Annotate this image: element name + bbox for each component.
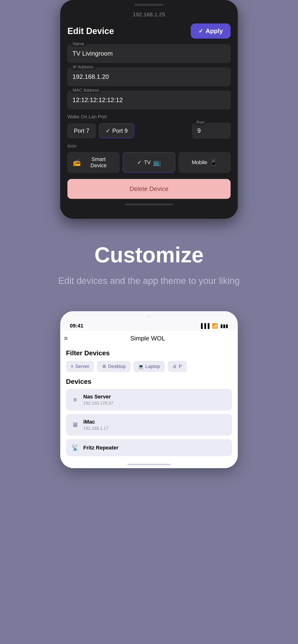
- smart-device-icon: 📻: [73, 159, 81, 166]
- icon-section-label: Icon: [67, 143, 231, 149]
- tv-icon: 📺: [153, 159, 161, 166]
- nas-server-icon: ≡: [71, 396, 79, 404]
- ip-input[interactable]: [67, 68, 231, 86]
- port-input-group: Port: [192, 123, 231, 138]
- icon-section: Icon 📻 Smart Device ✓ TV 📺 Mobile 📱: [67, 143, 231, 173]
- port9-check-icon: ✓: [106, 128, 110, 134]
- name-label: Name: [71, 42, 86, 46]
- port9-button[interactable]: ✓ Port 9: [99, 124, 134, 138]
- ip-label: IP Address: [71, 65, 95, 70]
- nas-server-info: Nas Server 192.168.178.37: [83, 394, 113, 406]
- delete-device-button[interactable]: Delete Device: [67, 179, 231, 199]
- wifi-icon: 📶: [212, 323, 218, 329]
- devices-section-title: Devices: [66, 378, 232, 386]
- app-title: Simple WOL: [130, 335, 165, 342]
- device-item-nas[interactable]: ≡ Nas Server 192.168.178.37: [66, 389, 232, 411]
- filter-chips-row: ≡ Server 🖥 Desktop 💻 Laptop 🖨 P: [66, 361, 232, 372]
- port7-button[interactable]: Port 7: [67, 124, 96, 138]
- home-indicator-dark: [125, 204, 173, 205]
- fritz-name: Fritz Repeater: [83, 445, 118, 451]
- imac-ip: 192.168.1.17: [83, 426, 108, 431]
- port-row: Port 7 ✓ Port 9 Port: [67, 123, 231, 138]
- signal-icon: ▐▐▐: [199, 323, 209, 329]
- light-notch: [147, 314, 151, 318]
- tv-check-icon: ✓: [137, 159, 141, 166]
- apply-button[interactable]: ✓ Apply: [191, 24, 231, 38]
- filter-chip-printer[interactable]: 🖨 P: [168, 361, 187, 372]
- phone-light-content: Filter Devices ≡ Server 🖥 Desktop 💻 Lapt…: [60, 347, 238, 456]
- tv-icon-btn[interactable]: ✓ TV 📺: [123, 152, 175, 173]
- smart-device-icon-btn[interactable]: 📻 Smart Device: [67, 152, 119, 173]
- status-ip: 192.168.1.25: [133, 12, 165, 18]
- filter-chip-server[interactable]: ≡ Server: [66, 361, 94, 372]
- fritz-info: Fritz Repeater: [83, 445, 118, 451]
- top-phone: 192.168.1.25 Edit Device ✓ Apply Name IP…: [60, 0, 238, 219]
- printer-filter-icon: 🖨: [173, 364, 177, 369]
- status-bar-light: 09:41 ▐▐▐ 📶 ▮▮▮: [67, 318, 231, 331]
- port-field-label: Port: [196, 120, 205, 125]
- mac-label: MAC Address: [71, 88, 100, 93]
- imac-info: iMac 192.168.1.17: [83, 419, 108, 431]
- customize-subtitle: Edit devices and the app theme to your l…: [58, 274, 240, 287]
- imac-icon: 🖥: [71, 421, 79, 428]
- customize-title: Customize: [58, 243, 240, 268]
- status-time: 09:41: [70, 323, 83, 329]
- port-input[interactable]: [192, 123, 231, 138]
- name-field-group: Name: [67, 44, 231, 63]
- top-notch-pill: [135, 4, 163, 6]
- mac-input[interactable]: [67, 91, 231, 109]
- filter-section-title: Filter Devices: [66, 347, 232, 357]
- mobile-icon: 📱: [210, 159, 217, 166]
- menu-icon[interactable]: ≡: [64, 335, 68, 342]
- mobile-icon-btn[interactable]: Mobile 📱: [179, 152, 231, 173]
- status-icons-group: ▐▐▐ 📶 ▮▮▮: [199, 323, 228, 329]
- check-icon: ✓: [198, 28, 203, 34]
- ip-field-group: IP Address: [67, 68, 231, 86]
- imac-name: iMac: [83, 419, 108, 425]
- home-indicator-light: [127, 464, 171, 465]
- device-item-imac[interactable]: 🖥 iMac 192.168.1.17: [66, 414, 232, 436]
- phone-light-bottom: [60, 456, 238, 468]
- desktop-filter-icon: 🖥: [102, 364, 106, 369]
- customize-section: Customize Edit devices and the app theme…: [39, 219, 259, 311]
- server-filter-icon: ≡: [71, 364, 73, 369]
- name-input[interactable]: [67, 44, 231, 63]
- bottom-phone: 09:41 ▐▐▐ 📶 ▮▮▮ ≡ Simple WOL Filter Devi…: [60, 311, 238, 468]
- nas-server-name: Nas Server: [83, 394, 113, 400]
- filter-chip-desktop[interactable]: 🖥 Desktop: [97, 361, 130, 372]
- page-title: Edit Device: [67, 26, 114, 36]
- icon-row: 📻 Smart Device ✓ TV 📺 Mobile 📱: [67, 152, 231, 173]
- nas-server-ip: 192.168.178.37: [83, 401, 113, 406]
- laptop-filter-icon: 💻: [138, 364, 143, 369]
- device-item-fritz[interactable]: 📡 Fritz Repeater: [66, 439, 232, 456]
- mac-field-group: MAC Address: [67, 91, 231, 109]
- wake-on-lan-label: Wake On Lan Port: [67, 114, 231, 120]
- battery-icon: ▮▮▮: [220, 323, 228, 329]
- filter-chip-laptop[interactable]: 💻 Laptop: [133, 361, 165, 372]
- fritz-icon: 📡: [71, 444, 79, 452]
- app-header: ≡ Simple WOL: [60, 331, 238, 347]
- wake-on-lan-section: Wake On Lan Port Port 7 ✓ Port 9 Port: [67, 114, 231, 138]
